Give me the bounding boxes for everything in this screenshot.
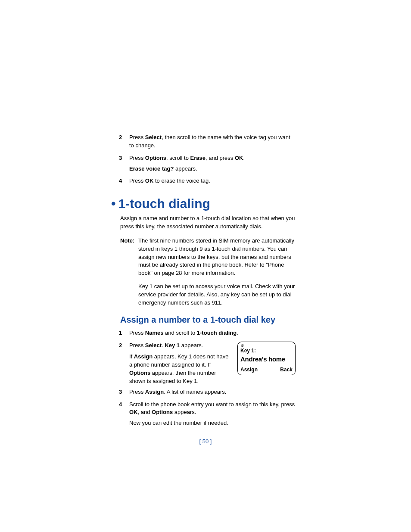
step-text: Scroll to the phone book entry you want … bbox=[129, 401, 296, 417]
note-block: Note: The first nine numbers stored in S… bbox=[120, 237, 296, 307]
step-number: 3 bbox=[119, 388, 129, 396]
softkey-right: Back bbox=[280, 366, 293, 373]
phone-key-label: Key 1: bbox=[240, 347, 293, 355]
step-2-text: Press Select. Key 1 appears. If Assign a… bbox=[129, 342, 232, 386]
section-heading: •1-touch dialing bbox=[111, 196, 296, 211]
page-number: [ 50 ] bbox=[0, 438, 411, 445]
step-text: Press OK to erase the voice tag. bbox=[129, 177, 296, 185]
step-4-followup: Now you can edit the number if needed. bbox=[129, 419, 296, 427]
assign-step-1: 1 Press Names and scroll to 1-touch dial… bbox=[119, 329, 296, 337]
subsection-heading: Assign a number to a 1-touch dial key bbox=[120, 315, 296, 325]
step-text: Press Options, scroll to Erase, and pres… bbox=[129, 154, 296, 162]
step-text: Press Names and scroll to 1-touch dialin… bbox=[129, 329, 296, 337]
step-4-erase: 4 Press OK to erase the voice tag. bbox=[119, 177, 296, 185]
softkey-left: Assign bbox=[240, 366, 258, 373]
step-number: 4 bbox=[119, 177, 129, 185]
step-number: 2 bbox=[119, 342, 129, 350]
document-page: 2 Press Select, then scroll to the name … bbox=[0, 0, 411, 532]
step-2-line-1: Press Select. Key 1 appears. bbox=[129, 342, 232, 350]
step-2-line-2: If Assign appears, Key 1 does not have a… bbox=[129, 353, 232, 385]
step-number: 3 bbox=[119, 154, 129, 162]
step-number: 2 bbox=[119, 134, 129, 142]
note-label: Note: bbox=[120, 237, 138, 245]
step-3-substep: Erase voice tag? appears. bbox=[129, 165, 296, 173]
step-2-row: Press Select. Key 1 appears. If Assign a… bbox=[129, 342, 296, 386]
assign-step-3: 3 Press Assign. A list of names appears. bbox=[119, 388, 296, 396]
step-text: Press Select, then scroll to the name wi… bbox=[129, 134, 296, 150]
step-number: 1 bbox=[119, 329, 129, 337]
section-intro: Assign a name and number to a 1-touch di… bbox=[120, 215, 296, 231]
step-2-erase: 2 Press Select, then scroll to the name … bbox=[119, 134, 296, 150]
section-heading-text: 1-touch dialing bbox=[118, 196, 210, 211]
phone-softkeys: Assign Back bbox=[240, 366, 293, 373]
note-paragraph-2: Key 1 can be set up to access your voice… bbox=[138, 283, 296, 307]
step-number: 4 bbox=[119, 401, 129, 409]
phone-entry-name: Andrea's home bbox=[240, 355, 293, 364]
note-paragraph-1: The first nine numbers stored in SIM mem… bbox=[138, 237, 296, 277]
content-column: 2 Press Select, then scroll to the name … bbox=[119, 134, 296, 432]
step-3-erase: 3 Press Options, scroll to Erase, and pr… bbox=[119, 154, 296, 162]
note-body: The first nine numbers stored in SIM mem… bbox=[138, 237, 296, 307]
bullet-icon: • bbox=[111, 196, 116, 211]
assign-step-2: 2 Press Select. Key 1 appears. If Assign… bbox=[119, 342, 296, 386]
phone-screen-illustration: ⚟ Key 1: Andrea's home Assign Back bbox=[237, 342, 296, 375]
step-text: Press Assign. A list of names appears. bbox=[129, 388, 296, 396]
assign-step-4: 4 Scroll to the phone book entry you wan… bbox=[119, 401, 296, 417]
